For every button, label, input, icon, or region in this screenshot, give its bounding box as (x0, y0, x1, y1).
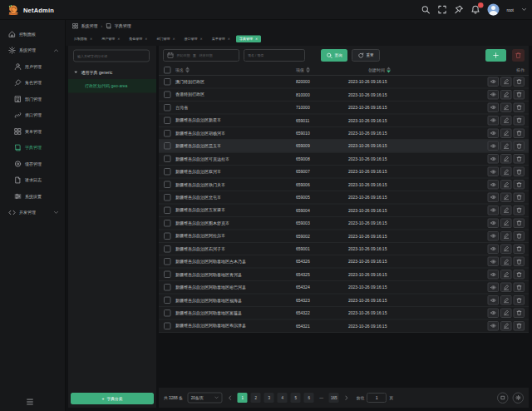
table-settings-button[interactable] (513, 392, 525, 404)
edit-button[interactable] (500, 244, 512, 254)
delete-button[interactable] (514, 128, 525, 138)
caret-down-icon[interactable] (73, 70, 79, 76)
row-checkbox[interactable] (164, 181, 171, 189)
view-button[interactable] (488, 321, 500, 331)
add-dict-category-button[interactable]: +字典分类 (71, 393, 154, 404)
sidebar-item-接口管理[interactable]: 接口管理 (0, 107, 65, 124)
page-ellipsis[interactable]: — (318, 395, 326, 400)
edit-button[interactable] (500, 295, 512, 305)
edit-button[interactable] (500, 90, 512, 100)
row-checkbox[interactable] (164, 168, 171, 176)
tab-菜单管理[interactable]: 菜单管理✕ (209, 35, 234, 42)
row-checkbox[interactable] (164, 130, 171, 137)
row-checkbox[interactable] (164, 156, 171, 163)
name-value-input[interactable] (244, 49, 305, 62)
add-row-button[interactable] (485, 49, 506, 62)
chevron-down-icon[interactable] (521, 7, 527, 12)
tree-node[interactable]: 通用字典 generic (68, 66, 156, 80)
search-icon[interactable] (421, 5, 430, 14)
row-checkbox[interactable] (164, 232, 171, 240)
edit-button[interactable] (500, 270, 512, 280)
breadcrumb-item[interactable]: 系统管理 (72, 22, 98, 29)
edit-button[interactable] (500, 116, 512, 126)
username[interactable]: root (506, 7, 514, 12)
tree-node[interactable]: 行政区划代码 geo-area (68, 79, 156, 93)
page-button-165[interactable]: 165 (329, 393, 339, 403)
edit-button[interactable] (500, 206, 512, 215)
delete-button[interactable] (514, 270, 525, 280)
view-button[interactable] (488, 116, 500, 126)
tab-字典管理[interactable]: 字典管理✕ (236, 35, 261, 42)
view-button[interactable] (488, 77, 500, 87)
view-button[interactable] (488, 270, 500, 280)
view-button[interactable] (488, 244, 500, 254)
bell-icon[interactable] (470, 5, 480, 14)
delete-button[interactable] (514, 192, 525, 202)
delete-button[interactable] (514, 102, 525, 112)
delete-button[interactable] (514, 90, 525, 100)
edit-button[interactable] (500, 154, 512, 164)
col-header-value[interactable]: 项值 (296, 67, 348, 73)
sidebar-item-控制面板[interactable]: 控制面板 (0, 26, 65, 42)
view-button[interactable] (488, 257, 500, 267)
edit-button[interactable] (500, 231, 512, 241)
sidebar-item-部门管理[interactable]: 部门管理 (0, 91, 65, 107)
close-icon[interactable]: ✕ (172, 37, 175, 41)
page-button-4[interactable]: 4 (278, 393, 288, 403)
sidebar-item-用户管理[interactable]: 用户管理 (0, 58, 65, 75)
tab-接口管理[interactable]: 接口管理✕ (181, 35, 206, 42)
view-button[interactable] (488, 141, 500, 151)
row-checkbox[interactable] (164, 245, 171, 253)
row-checkbox[interactable] (164, 116, 171, 124)
sort-icon[interactable] (185, 67, 190, 73)
delete-button[interactable] (514, 295, 525, 305)
close-icon[interactable]: ✕ (255, 37, 258, 41)
edit-button[interactable] (500, 167, 512, 177)
fullscreen-icon[interactable] (437, 5, 446, 14)
close-icon[interactable]: ✕ (228, 37, 230, 41)
row-checkbox[interactable] (164, 309, 171, 317)
delete-button[interactable] (514, 283, 525, 293)
delete-button[interactable] (514, 308, 525, 318)
tree-filter-input[interactable] (73, 50, 150, 62)
delete-button[interactable] (514, 231, 525, 241)
view-button[interactable] (488, 308, 500, 318)
sidebar-item-缓存管理[interactable]: 缓存管理 (0, 156, 65, 172)
row-checkbox[interactable] (164, 142, 171, 150)
tab-用户管理[interactable]: 用户管理✕ (98, 35, 123, 42)
view-button[interactable] (488, 180, 500, 190)
delete-button[interactable] (514, 321, 525, 331)
row-checkbox[interactable] (164, 271, 171, 279)
page-button-3[interactable]: 3 (264, 393, 274, 403)
delete-button[interactable] (514, 141, 525, 151)
close-icon[interactable]: ✕ (145, 37, 147, 41)
view-button[interactable] (488, 218, 500, 228)
view-button[interactable] (488, 295, 500, 305)
view-button[interactable] (488, 206, 500, 215)
date-range-picker[interactable]: 开始日期 至 结束日期 (163, 49, 239, 62)
row-checkbox[interactable] (164, 206, 171, 214)
avatar[interactable] (487, 4, 499, 16)
close-icon[interactable]: ✕ (90, 37, 92, 41)
select-all-checkbox[interactable] (159, 67, 175, 74)
tab-角色管理[interactable]: 角色管理✕ (126, 35, 150, 42)
delete-button[interactable] (514, 180, 525, 190)
delete-button[interactable] (514, 116, 525, 126)
goto-page-input[interactable] (367, 393, 387, 403)
delete-rows-button[interactable] (512, 49, 525, 62)
row-checkbox[interactable] (164, 104, 171, 111)
page-button-1[interactable]: 1 (238, 393, 248, 403)
query-button[interactable]: 查询 (321, 49, 347, 62)
delete-button[interactable] (514, 154, 525, 164)
edit-button[interactable] (500, 218, 512, 228)
sort-icon[interactable] (387, 67, 391, 73)
edit-button[interactable] (500, 128, 512, 138)
sidebar-item-菜单管理[interactable]: 菜单管理 (0, 123, 65, 140)
sidebar-item-请求日志[interactable]: 请求日志 (0, 172, 65, 189)
view-button[interactable] (488, 90, 500, 100)
expand-table-button[interactable] (497, 392, 509, 404)
delete-button[interactable] (514, 206, 525, 215)
close-icon[interactable]: ✕ (117, 37, 120, 41)
breadcrumb-item[interactable]: 字典管理 (106, 22, 131, 29)
sidebar-item-系统设置[interactable]: 系统设置 (0, 188, 65, 205)
